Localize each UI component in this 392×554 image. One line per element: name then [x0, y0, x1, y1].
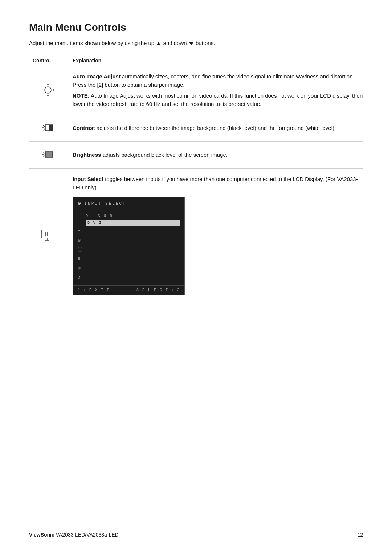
svg-line-16: [43, 156, 45, 157]
contrast-title: Contrast: [73, 125, 95, 131]
osd-icon-info: ⓘ: [78, 246, 86, 254]
osd-icon-refresh: ↺: [78, 274, 86, 281]
footer-brand: ViewSonic: [29, 532, 54, 538]
svg-marker-5: [47, 83, 49, 85]
table-row: Brightness adjusts background black leve…: [29, 142, 363, 169]
and-down-text: and down: [163, 40, 187, 46]
brightness-icon: [41, 148, 55, 161]
osd-bottom-bar: 1 : E X I T S E L E C T : 2: [73, 285, 184, 295]
svg-rect-13: [49, 125, 53, 131]
svg-marker-8: [53, 89, 55, 91]
svg-rect-18: [41, 230, 53, 238]
osd-title-text: INPUT SELECT: [84, 201, 126, 207]
brightness-description: Brightness adjusts background black leve…: [73, 151, 363, 159]
intro-paragraph: Adjust the menu items shown below by usi…: [29, 40, 363, 46]
contrast-icon-cell: [29, 115, 69, 142]
osd-icon-grid: ⊞: [78, 255, 86, 263]
osd-icon-circle: ☯: [78, 237, 86, 244]
osd-dsub-item: D - S U B D V I: [73, 212, 184, 227]
svg-line-11: [43, 129, 45, 130]
list-item: ⊞: [73, 254, 184, 264]
input-select-icon: [40, 228, 56, 242]
osd-select-label: S E L E C T : 2: [136, 287, 180, 293]
auto-image-adjust-icon: [40, 82, 56, 98]
col-explanation-header: Explanation: [69, 56, 363, 66]
input-select-description: Input Select toggles between inputs if y…: [73, 175, 363, 192]
footer-model-text: VA2033-LED/VA2033a-LED: [56, 532, 119, 538]
osd-title-bar: ⊕ INPUT SELECT: [73, 197, 184, 210]
brightness-text: Brightness adjusts background black leve…: [69, 142, 363, 169]
svg-marker-7: [41, 89, 42, 91]
osd-icon-gear: ⚙: [78, 265, 86, 272]
auto-image-adjust-icon-cell: [29, 66, 69, 115]
auto-image-adjust-note: NOTE: Auto Image Adjust works with most …: [73, 92, 363, 108]
list-item: ☯: [73, 236, 184, 245]
down-arrow-icon: [189, 42, 193, 45]
input-select-title: Input Select: [73, 176, 103, 182]
osd-dvi-badge: D V I: [86, 220, 180, 226]
contrast-description: Contrast adjusts the difference between …: [73, 124, 363, 132]
list-item: ⇧: [73, 227, 184, 236]
osd-screen: ⊕ INPUT SELECT D - S U B D V I ⇧: [73, 197, 185, 295]
osd-title-icon: ⊕: [78, 200, 81, 208]
auto-image-adjust-text: Auto Image Adjust automatically sizes, c…: [69, 66, 363, 115]
brightness-icon-cell: [29, 142, 69, 169]
footer-brand-model: ViewSonic VA2033-LED/VA2033a-LED: [29, 532, 119, 538]
table-row: Auto Image Adjust automatically sizes, c…: [29, 66, 363, 115]
note-body: Auto Image Adjust works with most common…: [73, 93, 363, 107]
svg-point-0: [45, 87, 51, 93]
note-label: NOTE:: [73, 93, 90, 99]
svg-line-10: [43, 125, 45, 127]
svg-line-15: [43, 152, 45, 153]
page-title: Main Menu Controls: [29, 22, 363, 33]
contrast-icon: [41, 122, 55, 134]
input-select-body: toggles between inputs if you have more …: [73, 176, 358, 190]
brightness-body: adjusts background black level of the sc…: [101, 152, 228, 158]
table-row: Input Select toggles between inputs if y…: [29, 169, 363, 302]
intro-text-before: Adjust the menu items shown below by usi…: [29, 40, 154, 46]
osd-exit-label: 1 : E X I T: [78, 287, 110, 293]
page-footer: ViewSonic VA2033-LED/VA2033a-LED 12: [29, 532, 363, 538]
osd-menu-list: D - S U B D V I ⇧ ☯ ⓘ: [73, 210, 184, 284]
svg-rect-17: [45, 152, 53, 157]
footer-page-number: 12: [357, 532, 363, 538]
svg-marker-6: [47, 95, 49, 97]
list-item: ⚙: [73, 264, 184, 273]
input-select-icon-cell: [29, 169, 69, 302]
table-header-row: Control Explanation: [29, 56, 363, 66]
contrast-text: Contrast adjusts the difference between …: [69, 115, 363, 142]
table-row: Contrast adjusts the difference between …: [29, 115, 363, 142]
controls-table: Control Explanation: [29, 56, 363, 302]
osd-icon-hand: ⇧: [78, 228, 86, 235]
osd-dsub-label: D - S U B: [86, 213, 180, 219]
contrast-body: adjusts the difference between the image…: [95, 125, 336, 131]
col-control-header: Control: [29, 56, 69, 66]
list-item: ⓘ: [73, 245, 184, 255]
input-select-text: Input Select toggles between inputs if y…: [69, 169, 363, 302]
up-arrow-icon: [156, 42, 161, 45]
auto-image-adjust-title: Auto Image Adjust: [73, 73, 121, 79]
intro-text-after: buttons.: [196, 40, 215, 46]
auto-image-adjust-description: Auto Image Adjust automatically sizes, c…: [73, 73, 363, 89]
list-item: ↺: [73, 273, 184, 282]
brightness-title: Brightness: [73, 152, 101, 158]
